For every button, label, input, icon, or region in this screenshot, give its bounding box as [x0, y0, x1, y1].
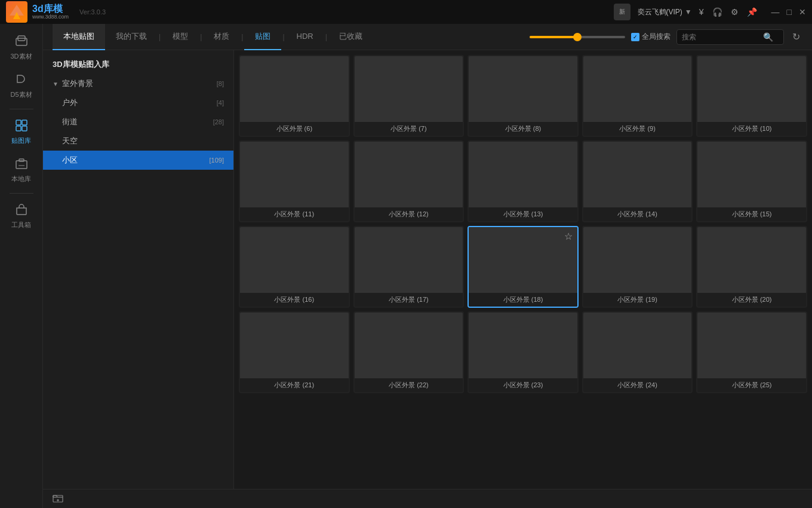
grid-item-17[interactable]: 小区外景 (17) — [353, 226, 465, 308]
grid-item-24[interactable]: 小区外景 (24) — [582, 311, 693, 393]
settings-icon[interactable]: ⚙ — [731, 7, 739, 17]
bottom-bar — [43, 489, 812, 508]
toolbox-icon — [15, 203, 28, 218]
tree-item-community[interactable]: 小区 [109] — [43, 151, 233, 170]
tab-favorites[interactable]: 已收藏 — [328, 24, 373, 50]
grid-item-14[interactable]: 小区外景 (14) — [582, 140, 693, 222]
label-6: 小区外景 (6) — [240, 122, 349, 136]
thumbnail-9 — [583, 56, 692, 122]
slider-thumb[interactable] — [573, 33, 582, 41]
sidebar-item-d5-material[interactable]: D5素材 — [4, 68, 39, 104]
3d-material-icon — [15, 35, 28, 50]
grid-item-13[interactable]: 小区外景 (13) — [467, 140, 579, 222]
tab-my-downloads[interactable]: 我的下载 — [105, 24, 158, 50]
search-input[interactable] — [682, 33, 759, 41]
user-dropdown-icon[interactable]: ▼ — [685, 8, 692, 16]
global-search-label[interactable]: ✓ 全局搜索 — [631, 32, 670, 42]
grid-item-9[interactable]: 小区外景 (9) — [582, 55, 693, 137]
nav-tabs: 本地贴图 我的下载 | 模型 | 材质 | 贴图 | HDR | 已收藏 ✓ — [43, 24, 812, 50]
tree-item-outdoor[interactable]: 户外 [4] — [43, 93, 233, 112]
user-info: 奕云飞鹤(VIP) ▼ — [638, 7, 692, 17]
label-19: 小区外景 (19) — [583, 293, 692, 307]
thumbnail-10 — [697, 56, 806, 122]
main-layout: 3D素材 D5素材 贴图库 — [0, 24, 812, 508]
sidebar-item-toolbox[interactable]: 工具箱 — [4, 198, 39, 234]
d5-icon — [15, 73, 28, 88]
star-icon-18[interactable]: ☆ — [564, 231, 573, 242]
thumbnail-20 — [697, 227, 806, 293]
sidebar-item-3d-material[interactable]: 3D素材 — [4, 30, 39, 66]
grid-item-12[interactable]: 小区外景 (12) — [353, 140, 465, 222]
add-folder-button[interactable] — [53, 492, 63, 505]
thumbnail-14 — [583, 142, 692, 207]
headphone-icon[interactable]: 🎧 — [712, 7, 722, 17]
svg-rect-9 — [19, 159, 24, 161]
grid-item-18[interactable]: ☆ 小区外景 (18) — [467, 226, 579, 308]
sidebar-label-local: 本地库 — [11, 175, 31, 183]
tree-count-outdoor-bg: [8] — [217, 80, 224, 87]
grid-row-2: 小区外景 (11) 小区外景 (12) 小区外景 (13) 小区外景 (14) — [239, 140, 807, 222]
tab-material[interactable]: 材质 — [203, 24, 240, 50]
label-18: 小区外景 (18) — [469, 293, 577, 307]
label-22: 小区外景 (22) — [355, 378, 463, 392]
thumbnail-19 — [583, 227, 692, 293]
minimize-button[interactable]: — — [771, 7, 780, 17]
inner-layout: 3D库模贴图入库 ▼ 室外青景 [8] 户外 [4] 街道 [28] 天空 — [43, 50, 812, 489]
user-name: 奕云飞鹤(VIP) — [638, 7, 682, 17]
currency-icon[interactable]: ¥ — [699, 7, 704, 17]
sidebar-label-toolbox: 工具箱 — [11, 221, 31, 229]
grid-item-7[interactable]: 小区外景 (7) — [353, 55, 465, 137]
tree-item-library-root[interactable]: 3D库模贴图入库 — [43, 55, 233, 74]
label-24: 小区外景 (24) — [583, 378, 692, 392]
grid-item-16[interactable]: 小区外景 (16) — [239, 226, 350, 308]
grid-item-19[interactable]: 小区外景 (19) — [582, 226, 693, 308]
thumbnail-18: ☆ — [469, 227, 577, 293]
label-17: 小区外景 (17) — [355, 293, 463, 307]
texture-icon — [15, 119, 28, 134]
sidebar-label-d5: D5素材 — [10, 90, 32, 99]
tab-local-texture[interactable]: 本地贴图 — [53, 24, 105, 50]
thumbnail-21 — [240, 313, 349, 378]
tree-sidebar: 3D库模贴图入库 ▼ 室外青景 [8] 户外 [4] 街道 [28] 天空 — [43, 50, 234, 489]
tree-label-outdoor-bg: 室外青景 — [62, 78, 93, 89]
maximize-button[interactable]: □ — [787, 7, 792, 17]
grid-item-15[interactable]: 小区外景 (15) — [696, 140, 807, 222]
tab-texture[interactable]: 贴图 — [244, 24, 281, 50]
pin-icon[interactable]: 📌 — [747, 7, 757, 17]
label-11: 小区外景 (11) — [240, 207, 349, 221]
grid-row-1: 小区外景 (6) 小区外景 (7) 小区外景 (8) 小区外景 (9) — [239, 55, 807, 137]
tree-arrow-outdoor-bg: ▼ — [53, 81, 59, 87]
grid-item-22[interactable]: 小区外景 (22) — [353, 311, 465, 393]
global-search-text: 全局搜索 — [642, 32, 670, 42]
tree-count-outdoor: [4] — [217, 99, 224, 106]
sidebar-item-local[interactable]: 本地库 — [4, 152, 39, 188]
thumbnail-12 — [355, 142, 463, 207]
add-folder-icon — [53, 492, 63, 505]
grid-item-6[interactable]: 小区外景 (6) — [239, 55, 350, 137]
grid-item-23[interactable]: 小区外景 (23) — [467, 311, 579, 393]
label-20: 小区外景 (20) — [697, 293, 806, 307]
grid-item-25[interactable]: 小区外景 (25) — [696, 311, 807, 393]
tab-model[interactable]: 模型 — [162, 24, 199, 50]
close-button[interactable]: ✕ — [799, 7, 806, 17]
refresh-button[interactable]: ↻ — [790, 29, 802, 45]
tree-item-outdoor-bg[interactable]: ▼ 室外青景 [8] — [43, 74, 233, 93]
icon-sidebar: 3D素材 D5素材 贴图库 — [0, 24, 43, 508]
sidebar-item-texture[interactable]: 贴图库 — [4, 114, 39, 150]
tab-hdr[interactable]: HDR — [286, 24, 324, 50]
logo-url: www.3d88.com — [32, 14, 69, 20]
search-icon[interactable]: 🔍 — [763, 32, 773, 42]
tree-item-sky[interactable]: 天空 — [43, 131, 233, 151]
global-search-checkbox[interactable]: ✓ — [631, 33, 639, 41]
tree-item-street[interactable]: 街道 [28] — [43, 112, 233, 131]
tree-label-community: 小区 — [62, 155, 78, 166]
grid-item-21[interactable]: 小区外景 (21) — [239, 311, 350, 393]
size-slider[interactable] — [530, 36, 625, 38]
grid-item-11[interactable]: 小区外景 (11) — [239, 140, 350, 222]
logo-name: 3d库模 — [32, 4, 69, 14]
grid-item-20[interactable]: 小区外景 (20) — [696, 226, 807, 308]
label-15: 小区外景 (15) — [697, 207, 806, 221]
svg-rect-6 — [16, 126, 21, 131]
grid-item-10[interactable]: 小区外景 (10) — [696, 55, 807, 137]
grid-item-8[interactable]: 小区外景 (8) — [467, 55, 579, 137]
